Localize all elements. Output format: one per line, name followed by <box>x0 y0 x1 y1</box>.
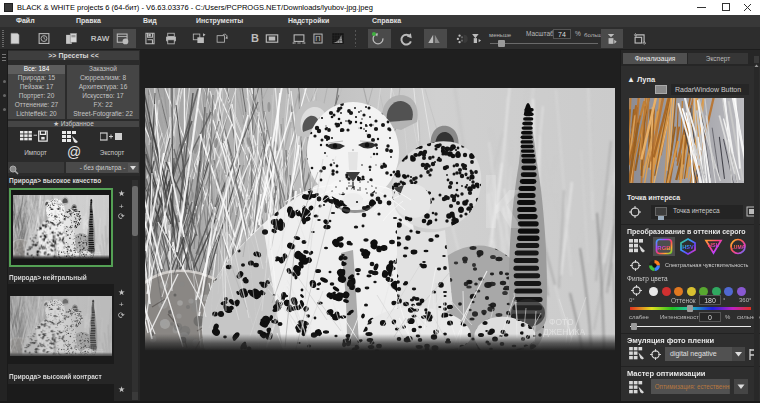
svg-text:П: П <box>315 34 320 43</box>
svg-text:HSV: HSV <box>682 244 694 250</box>
svg-text:LUMA: LUMA <box>731 244 746 250</box>
svg-text:RGB: RGB <box>657 245 671 251</box>
svg-text:HSL: HSL <box>708 242 720 248</box>
